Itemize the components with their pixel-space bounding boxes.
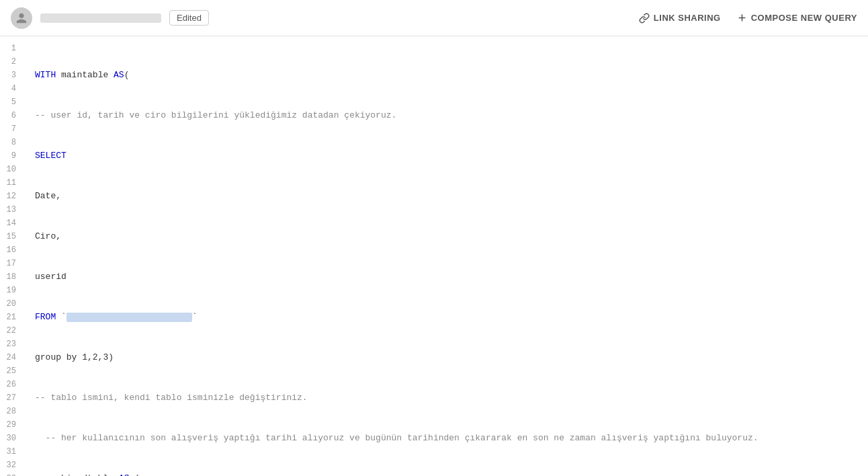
code-editor[interactable]: 1 2 3 4 5 6 7 8 9 10 11 12 13 14 15 16 1… bbox=[0, 36, 868, 476]
code-line-3: SELECT bbox=[35, 149, 868, 163]
line-num-31: 31 bbox=[0, 445, 24, 459]
edited-badge: Edited bbox=[169, 10, 209, 26]
plus-icon bbox=[737, 13, 747, 23]
line-num-32: 32 bbox=[0, 459, 24, 472]
line-num-33: 33 bbox=[0, 472, 24, 476]
line-num-20: 20 bbox=[0, 297, 24, 311]
line-num-29: 29 bbox=[0, 418, 24, 432]
line-num-24: 24 bbox=[0, 351, 24, 364]
line-num-2: 2 bbox=[0, 55, 24, 69]
line-num-30: 30 bbox=[0, 432, 24, 445]
line-num-7: 7 bbox=[0, 122, 24, 136]
code-line-6: userid bbox=[35, 270, 868, 284]
line-num-5: 5 bbox=[0, 95, 24, 109]
compose-new-query-button[interactable]: COMPOSE NEW QUERY bbox=[737, 13, 857, 23]
code-line-7: FROM ` ` bbox=[35, 311, 868, 324]
line-num-16: 16 bbox=[0, 243, 24, 257]
line-num-18: 18 bbox=[0, 270, 24, 284]
line-num-3: 3 bbox=[0, 69, 24, 82]
line-num-17: 17 bbox=[0, 257, 24, 270]
code-line-5: Ciro, bbox=[35, 230, 868, 243]
line-num-23: 23 bbox=[0, 338, 24, 351]
avatar bbox=[11, 7, 32, 29]
code-line-1: WITH maintable AS( bbox=[35, 69, 868, 82]
line-num-21: 21 bbox=[0, 311, 24, 324]
line-num-4: 4 bbox=[0, 82, 24, 95]
header: Edited LINK SHARING COMPOSE NEW QUERY bbox=[0, 0, 868, 36]
code-line-4: Date, bbox=[35, 190, 868, 203]
link-sharing-label: LINK SHARING bbox=[654, 13, 721, 23]
user-name-blur bbox=[40, 13, 161, 23]
line-num-12: 12 bbox=[0, 190, 24, 203]
line-num-26: 26 bbox=[0, 378, 24, 391]
line-num-13: 13 bbox=[0, 203, 24, 216]
code-line-9: -- tablo ismini, kendi tablo isminizle d… bbox=[35, 391, 868, 405]
line-num-22: 22 bbox=[0, 324, 24, 338]
line-num-11: 11 bbox=[0, 176, 24, 190]
line-num-9: 9 bbox=[0, 149, 24, 163]
code-line-2: -- user id, tarih ve ciro bilgilerini yü… bbox=[35, 109, 868, 122]
line-num-19: 19 bbox=[0, 284, 24, 297]
compose-new-query-label: COMPOSE NEW QUERY bbox=[751, 13, 857, 23]
line-num-10: 10 bbox=[0, 163, 24, 176]
header-right: LINK SHARING COMPOSE NEW QUERY bbox=[639, 13, 857, 24]
line-num-25: 25 bbox=[0, 364, 24, 378]
link-icon bbox=[639, 13, 650, 24]
line-num-8: 8 bbox=[0, 136, 24, 149]
code-line-10: -- her kullanıcının son alışveriş yaptığ… bbox=[35, 432, 868, 445]
line-num-6: 6 bbox=[0, 109, 24, 122]
code-line-8: group by 1,2,3) bbox=[35, 351, 868, 364]
line-num-28: 28 bbox=[0, 405, 24, 418]
link-sharing-button[interactable]: LINK SHARING bbox=[639, 13, 721, 24]
code-content[interactable]: WITH maintable AS( -- user id, tarih ve … bbox=[24, 36, 868, 476]
code-line-11: , combinedtable AS ( bbox=[35, 472, 868, 476]
line-num-1: 1 bbox=[0, 42, 24, 55]
line-num-15: 15 bbox=[0, 230, 24, 243]
line-numbers: 1 2 3 4 5 6 7 8 9 10 11 12 13 14 15 16 1… bbox=[0, 36, 24, 476]
line-num-14: 14 bbox=[0, 216, 24, 230]
header-left: Edited bbox=[11, 7, 639, 29]
line-num-27: 27 bbox=[0, 391, 24, 405]
